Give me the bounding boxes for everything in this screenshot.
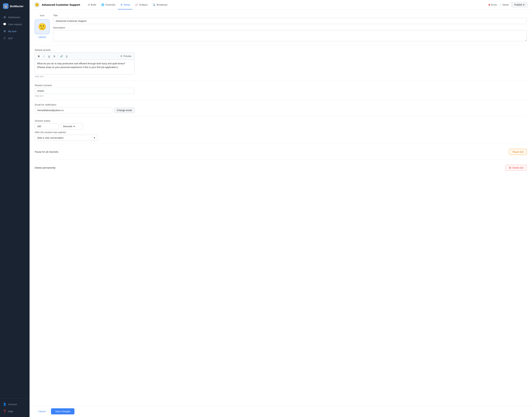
- sidebar-item-label: Account: [8, 403, 17, 406]
- email-row: Change email: [35, 107, 134, 113]
- session-unit-chevron: ▾: [73, 125, 75, 128]
- session-unit-select-wrapper[interactable]: Seconds ▾: [60, 123, 83, 129]
- cancel-button[interactable]: Cancel: [35, 408, 49, 414]
- errors-badge[interactable]: Errors: [489, 3, 497, 6]
- saved-label: Saved: [502, 3, 509, 6]
- divider-2: [35, 81, 527, 81]
- sidebar-item-nlp[interactable]: ⠿ NLP: [0, 35, 30, 42]
- restart-help-text: Help text: [35, 95, 134, 97]
- pause-button[interactable]: Pause bot: [509, 149, 527, 155]
- after-session-section: After the session has expired Start a ne…: [35, 131, 134, 141]
- nav-item-label: Broadcast: [157, 3, 168, 6]
- nav-item-label: Analyze: [139, 3, 147, 6]
- toolbar-separator: [58, 54, 58, 58]
- preview-button[interactable]: 👁 Preview: [119, 54, 133, 58]
- email-input[interactable]: [35, 107, 112, 113]
- nav-item-build[interactable]: ⊡ Build: [85, 0, 99, 10]
- preview-eye-icon: 👁: [120, 55, 122, 57]
- bold-button[interactable]: B: [36, 54, 41, 59]
- check-icon: ✓: [500, 3, 501, 6]
- sidebar-item-account[interactable]: 👤 Account: [0, 401, 30, 408]
- bot-icon-preview: 🙂: [35, 19, 50, 34]
- icon-upload-area: Icon 🙂 Upload: [35, 14, 50, 38]
- default-answer-editor[interactable]: What do you do to stay productive and ef…: [35, 60, 134, 74]
- session-number-input[interactable]: [35, 123, 59, 129]
- help-icon: ❓: [3, 410, 6, 413]
- publish-button[interactable]: Publish ▾: [511, 2, 528, 7]
- delete-btn-label: Delete bot: [512, 166, 523, 169]
- italic-button[interactable]: I: [41, 54, 46, 59]
- account-icon: 👤: [3, 403, 6, 406]
- error-dot: [489, 4, 490, 6]
- nav-item-label: Channels: [105, 3, 115, 6]
- nav-item-analyze[interactable]: 📈 Analyze: [132, 0, 150, 10]
- after-session-chevron: ▾: [94, 136, 95, 139]
- publish-chevron-icon: ▾: [523, 3, 524, 6]
- sidebar-item-user-request[interactable]: 💬 User request: [0, 21, 30, 28]
- email-label: Email for notification: [35, 103, 134, 106]
- title-label: Title: [53, 14, 527, 17]
- title-field-group: Title: [53, 14, 527, 24]
- sidebar-item-dashboard[interactable]: ⊞ Dashboard: [0, 14, 30, 21]
- restart-command-section: Restart comand Help text: [35, 84, 134, 97]
- setup-content: Icon 🙂 Upload Title Description Default …: [30, 10, 532, 406]
- delete-row: Delete permanently 🗑 Delete bot: [35, 163, 527, 173]
- save-changes-button[interactable]: Save changes: [51, 408, 74, 414]
- session-expiry-section: Session expiry Seconds ▾: [35, 119, 134, 129]
- nav-item-label: Build: [91, 3, 96, 6]
- trash-icon: 🗑: [509, 166, 511, 169]
- upload-button[interactable]: Upload: [38, 36, 46, 38]
- sidebar-item-label: NLP: [8, 37, 13, 40]
- divider-5: [35, 144, 527, 144]
- icon-title-row: Icon 🙂 Upload Title Description: [35, 14, 527, 42]
- restart-command-input[interactable]: [35, 88, 134, 94]
- nav-item-setup[interactable]: ⚙ Setup: [118, 0, 132, 10]
- link-button[interactable]: 🔗: [59, 54, 64, 59]
- divider-1: [35, 45, 527, 46]
- sidebar-item-label: Help: [8, 410, 13, 413]
- after-session-dropdown[interactable]: Start a new conversation ▾: [35, 135, 98, 141]
- description-label: Description: [53, 26, 527, 29]
- sidebar-item-help[interactable]: ❓ Help: [0, 408, 30, 415]
- topbar-bot-name: Advanced Customer Support: [42, 3, 80, 6]
- default-answer-section: Default answer B I U S 🔗 {} 👁 Preview Wh…: [35, 49, 134, 78]
- underline-button[interactable]: U: [47, 54, 51, 59]
- divider-3: [35, 100, 527, 100]
- description-textarea[interactable]: [53, 30, 527, 41]
- default-answer-text: What do you do to stay productive and ef…: [37, 62, 125, 69]
- bottom-bar: Cancel Save changes: [30, 406, 532, 417]
- sidebar-item-label: My bots: [8, 30, 17, 33]
- sidebar-bottom: 👤 Account ❓ Help: [0, 398, 30, 417]
- sidebar-item-label: User request: [8, 23, 22, 26]
- title-input[interactable]: [53, 18, 527, 24]
- sidebar-item-label: Dashboard: [8, 16, 20, 19]
- broadcast-icon: 📡: [153, 3, 156, 6]
- default-answer-label: Default answer: [35, 49, 134, 51]
- strikethrough-button[interactable]: S: [52, 54, 57, 59]
- after-session-label: After the session has expired: [35, 131, 134, 134]
- channels-icon: 🌐: [101, 3, 104, 6]
- bot-avatar-icon: 🙂: [34, 2, 40, 8]
- delete-button[interactable]: 🗑 Delete bot: [505, 165, 527, 171]
- user-request-icon: 💬: [3, 22, 6, 26]
- topbar-right: Errors ✓ Saved Publish ▾: [489, 2, 528, 7]
- change-email-button[interactable]: Change email: [114, 107, 134, 113]
- code-button[interactable]: {}: [64, 54, 69, 59]
- nav-item-channels[interactable]: 🌐 Channels: [99, 0, 118, 10]
- my-bots-icon: ⚙: [3, 30, 6, 33]
- after-session-value: Start a new conversation: [37, 136, 64, 139]
- icon-label: Icon: [40, 14, 45, 17]
- divider-6: [35, 160, 527, 160]
- setup-icon: ⚙: [120, 3, 123, 6]
- session-unit-value: Seconds: [63, 125, 72, 128]
- session-expiry-label: Session expiry: [35, 119, 134, 122]
- nlp-icon: ⠿: [3, 37, 6, 40]
- nav-item-broadcast[interactable]: 📡 Broadcast: [150, 0, 170, 10]
- errors-label: Errors: [491, 3, 497, 6]
- topbar: 🙂 Advanced Customer Support ⊡ Build 🌐 Ch…: [30, 0, 532, 10]
- delete-label: Delete permanently: [35, 166, 56, 169]
- sidebar-item-my-bots[interactable]: ⚙ My bots: [0, 28, 30, 35]
- topbar-nav: ⊡ Build 🌐 Channels ⚙ Setup 📈 Analyze 📡 B…: [85, 0, 489, 9]
- app-name: BotMaster: [10, 5, 23, 8]
- restart-command-label: Restart comand: [35, 84, 134, 87]
